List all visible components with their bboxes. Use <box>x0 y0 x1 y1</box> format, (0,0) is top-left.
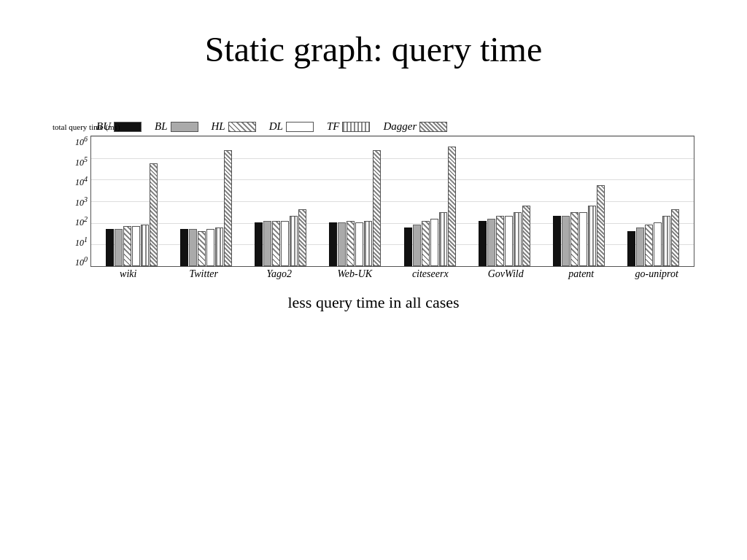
bar-GovWild-dl <box>505 216 513 266</box>
y-axis-title: total query time (ms) <box>53 122 198 131</box>
bar-patent-bl <box>562 216 570 266</box>
bar-Web-UK-hl <box>347 221 355 266</box>
bar-group-go-uniprot <box>616 135 691 266</box>
bar-group-patent <box>542 135 616 266</box>
x-label-citeseerx: citeseerx <box>392 268 468 280</box>
bar-citeseerx-hl <box>422 221 430 266</box>
bar-Web-UK-dagger <box>373 150 381 266</box>
bar-group-citeseerx <box>392 135 467 266</box>
legend-swatch-dagger <box>419 122 447 132</box>
bar-Web-UK-tf <box>364 221 372 266</box>
legend-swatch-hl <box>228 122 256 132</box>
x-label-GovWild: GovWild <box>468 268 544 280</box>
bar-GovWild-tf <box>514 212 522 266</box>
legend-swatch-dl <box>286 122 314 132</box>
y-label-6: 106 <box>75 136 88 147</box>
legend-item-hl: HL <box>212 120 256 133</box>
page: Static graph: query time BU BL HL DL TF <box>0 0 747 560</box>
bar-groups <box>91 135 694 266</box>
bar-wiki-bu <box>106 229 114 266</box>
y-label-5: 105 <box>75 156 88 167</box>
chart-area: BU BL HL DL TF Dagger <box>53 120 694 280</box>
bar-Web-UK-bu <box>329 222 337 266</box>
x-label-Web-UK: Web-UK <box>317 268 393 280</box>
bar-Twitter-hl <box>198 231 206 266</box>
y-label-2: 102 <box>75 216 88 227</box>
bar-group-GovWild <box>467 135 541 266</box>
bar-Yago2-dl <box>281 221 289 266</box>
bar-Web-UK-dl <box>355 222 363 266</box>
caption: less query time in all cases <box>287 293 459 312</box>
bar-GovWild-bl <box>487 219 495 266</box>
bar-Web-UK-bl <box>338 222 346 266</box>
bar-go-uniprot-hl <box>645 225 653 266</box>
bar-go-uniprot-bl <box>636 228 644 266</box>
bar-Twitter-bl <box>189 229 197 266</box>
bar-wiki-dl <box>132 226 140 266</box>
bar-wiki-bl <box>115 229 123 266</box>
bar-go-uniprot-bu <box>627 231 635 266</box>
y-label-1: 101 <box>75 236 88 247</box>
bar-group-Yago2 <box>244 135 318 266</box>
bar-Twitter-bu <box>180 229 188 266</box>
bar-GovWild-hl <box>496 216 504 266</box>
bar-Twitter-dl <box>206 229 214 266</box>
legend-swatch-tf <box>342 122 370 132</box>
bar-group-Twitter <box>169 135 243 266</box>
legend-item-dagger: Dagger <box>383 120 447 133</box>
bar-citeseerx-dl <box>430 219 438 266</box>
bar-patent-tf <box>588 206 596 266</box>
bar-GovWild-dagger <box>522 206 530 266</box>
x-labels: wikiTwitterYago2Web-UKciteseerxGovWildpa… <box>53 268 694 280</box>
chart-container: total query time (ms) 106 105 104 103 10… <box>53 136 694 267</box>
bar-Yago2-tf <box>290 216 298 266</box>
x-label-wiki: wiki <box>90 268 166 280</box>
bar-group-Web-UK <box>318 135 392 266</box>
bar-patent-dl <box>579 212 587 266</box>
legend-item-dl: DL <box>269 120 314 133</box>
bar-wiki-dagger <box>150 163 158 266</box>
bar-Yago2-bl <box>263 221 271 266</box>
bar-citeseerx-bu <box>404 228 412 266</box>
bar-Twitter-tf <box>215 228 223 266</box>
bar-citeseerx-bl <box>413 225 421 266</box>
bar-go-uniprot-dagger <box>671 209 679 266</box>
bar-group-wiki <box>94 135 169 266</box>
bar-Yago2-dagger <box>298 209 306 266</box>
bar-go-uniprot-dl <box>654 222 662 266</box>
y-label-0: 100 <box>75 256 88 267</box>
plot-area <box>90 136 694 267</box>
legend-label-tf: TF <box>327 120 340 133</box>
legend-item-tf: TF <box>327 120 371 133</box>
bar-go-uniprot-tf <box>662 216 670 266</box>
legend-label-dagger: Dagger <box>383 120 417 133</box>
page-title: Static graph: query time <box>205 29 543 69</box>
x-label-go-uniprot: go-uniprot <box>619 268 695 280</box>
bar-patent-bu <box>553 216 561 266</box>
bar-Yago2-bu <box>255 222 263 266</box>
bar-citeseerx-dagger <box>448 147 456 266</box>
bar-GovWild-bu <box>479 221 487 266</box>
x-label-Yago2: Yago2 <box>241 268 317 280</box>
y-label-3: 103 <box>75 196 88 207</box>
bar-citeseerx-tf <box>439 212 447 266</box>
bar-wiki-tf <box>141 225 149 266</box>
y-label-4: 104 <box>75 176 88 187</box>
bar-patent-hl <box>570 212 578 266</box>
legend-label-dl: DL <box>269 120 283 133</box>
bar-patent-dagger <box>597 185 605 266</box>
bar-wiki-hl <box>123 226 131 266</box>
bar-Twitter-dagger <box>224 150 232 266</box>
x-label-Twitter: Twitter <box>166 268 242 280</box>
bar-Yago2-hl <box>272 221 280 266</box>
x-label-patent: patent <box>543 268 619 280</box>
legend-label-hl: HL <box>212 120 225 133</box>
y-axis: total query time (ms) 106 105 104 103 10… <box>53 136 90 267</box>
